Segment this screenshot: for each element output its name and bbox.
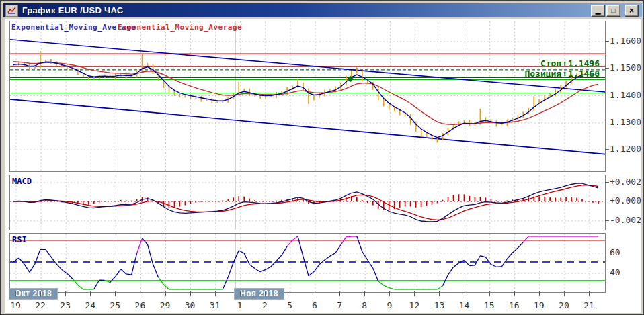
date-axis-label: 26	[128, 300, 151, 310]
rsi-axis-tick	[605, 273, 609, 273]
price-axis-tick	[605, 122, 609, 122]
rsi-panel[interactable]	[9, 233, 606, 293]
up-arrow-icon: ⬆	[562, 69, 567, 79]
date-axis-tick	[339, 291, 340, 296]
date-axis-tick	[564, 291, 565, 296]
date-axis-tick	[364, 291, 365, 296]
price-axis-tick	[605, 68, 609, 69]
macd-panel[interactable]	[9, 175, 606, 230]
date-axis-label: 9	[378, 300, 401, 310]
macd-panel-label: MACD	[12, 177, 32, 186]
level-lines	[10, 54, 605, 93]
window-titlebar[interactable]: График EUR /USD ЧАС ▁ □ ×	[3, 3, 642, 17]
rsi-axis-label: 60	[610, 247, 620, 257]
date-axis-tick	[439, 291, 440, 296]
maximize-button[interactable]: □	[606, 5, 620, 17]
date-axis-tick	[315, 291, 315, 296]
maximize-icon: □	[611, 7, 615, 14]
stop-value: 1.1496	[568, 59, 600, 69]
rsi-line	[13, 236, 598, 289]
date-axis-label: 31	[204, 300, 227, 310]
date-axis-label: 30	[179, 300, 202, 310]
date-axis-label: 6	[303, 300, 326, 310]
date-axis-tick	[414, 291, 415, 296]
date-axis-tick	[539, 291, 540, 296]
price-axis-label: 1.1300	[610, 117, 641, 127]
window-controls: ▁ □ ×	[590, 5, 639, 17]
macd-axis-label: -0.002	[610, 215, 641, 225]
date-axis-label: 7	[328, 300, 351, 310]
rsi-panel-label: RSI	[12, 235, 27, 244]
date-axis-label: 12	[403, 300, 426, 310]
date-axis-label: 20	[553, 300, 575, 310]
stop-annotation: Стоп⬆1.1496	[540, 59, 600, 69]
minimize-button[interactable]: ▁	[591, 5, 605, 17]
rsi-axis-tick	[605, 253, 609, 253]
date-axis-tick	[190, 291, 191, 296]
date-axis-label: 13	[428, 300, 450, 310]
macd-axis-label: +0.000	[610, 195, 641, 206]
price-chart-panel[interactable]	[9, 21, 606, 172]
date-axis-tick	[240, 291, 241, 296]
date-axis-label: 25	[104, 300, 126, 310]
date-axis-label: 2	[253, 300, 276, 310]
date-axis-tick	[115, 291, 116, 296]
date-axis-tick	[40, 291, 41, 296]
date-axis-tick	[65, 291, 66, 296]
rsi-axis-label: 40	[610, 267, 620, 277]
gridlines	[10, 234, 605, 292]
candles	[13, 51, 598, 143]
date-axis-tick	[389, 291, 390, 296]
minimize-icon: ▁	[596, 7, 601, 14]
date-axis-label: 16	[503, 300, 526, 310]
date-axis-tick	[489, 291, 490, 296]
price-axis-tick	[605, 95, 609, 95]
close-button[interactable]: ×	[625, 5, 639, 17]
date-axis-label: 23	[54, 300, 77, 310]
date-axis-tick	[514, 291, 515, 296]
date-axis-label: 15	[478, 300, 501, 310]
date-axis-tick	[140, 291, 140, 296]
macd-signal-line	[13, 185, 598, 220]
date-axis-tick	[215, 291, 216, 296]
price-axis-label: 1.1400	[610, 90, 641, 100]
date-axis-label: 1	[229, 300, 251, 310]
date-axis-tick	[165, 291, 166, 296]
price-axis-label: 1.1500	[610, 62, 641, 73]
date-axis-label: 5	[278, 300, 301, 310]
position-annotation: Позиция⬆1.1460	[524, 69, 600, 79]
date-axis-label: 29	[154, 300, 177, 310]
date-axis-label: 22	[29, 300, 52, 310]
price-axis-tick	[605, 41, 609, 42]
macd-axis-tick	[605, 201, 609, 201]
stop-label: Стоп	[540, 59, 561, 69]
date-axis-tick	[15, 291, 16, 296]
date-axis-tick	[265, 291, 266, 296]
month-badge-nov: Ноя 2018	[234, 288, 284, 300]
date-axis-label: 19	[4, 300, 27, 310]
price-axis-label: 1.1600	[610, 36, 641, 46]
gridlines	[10, 175, 605, 230]
chart-window: График EUR /USD ЧАС ▁ □ × Exponential_Mo…	[0, 0, 644, 315]
date-axis-tick	[465, 291, 465, 296]
date-axis-tick	[90, 291, 91, 296]
date-axis-label: 19	[528, 300, 551, 310]
window-title: График EUR /USD ЧАС	[22, 5, 124, 15]
date-axis-label: 8	[353, 300, 376, 310]
date-axis-label: 21	[577, 300, 600, 310]
mini-chart-icon	[7, 7, 16, 14]
date-axis-tick	[589, 291, 590, 296]
macd-axis-tick	[605, 182, 609, 183]
trendlines	[10, 40, 605, 154]
close-icon: ×	[629, 7, 634, 15]
price-axis-label: 1.1200	[610, 144, 641, 154]
legend-ema-slow: Exponential_Moving_Average	[118, 23, 242, 32]
chart-app-icon[interactable]	[5, 5, 18, 17]
position-label: Позиция	[524, 69, 561, 79]
price-axis-tick	[605, 149, 609, 150]
up-arrow-icon: ⬆	[562, 59, 567, 69]
gridlines	[10, 21, 605, 171]
date-axis-label: 24	[79, 300, 102, 310]
date-axis-label: 14	[453, 300, 476, 310]
position-value: 1.1460	[568, 69, 600, 79]
